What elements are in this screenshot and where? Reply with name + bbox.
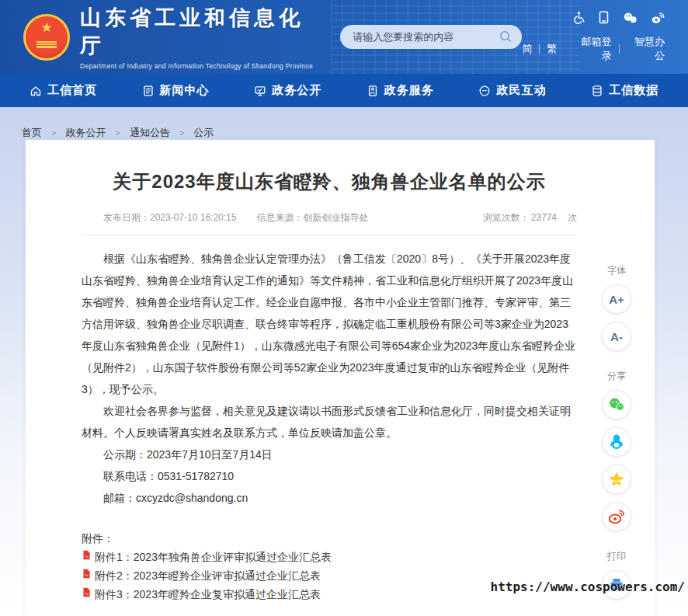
news-icon (142, 85, 155, 97)
home-icon (30, 85, 42, 97)
lang-simplified-link[interactable]: 简 (522, 42, 532, 56)
contact-phone: 联系电话：0531-51782710 (82, 465, 577, 487)
share-wechat-button[interactable] (602, 390, 631, 419)
site-title: 山东省工业和信息化厅 (80, 4, 318, 60)
site-subtitle-en: Department of Industry and Information T… (80, 62, 318, 70)
breadcrumb-separator: > (179, 128, 184, 137)
brand-text: 山东省工业和信息化厅 Department of Industry and In… (80, 4, 318, 70)
lang-traditional-link[interactable]: 繁 (547, 42, 557, 56)
nav-label: 工信数据 (609, 83, 658, 98)
wechat-icon (608, 397, 625, 412)
nav-item-gov-info[interactable]: 政务公开 (254, 83, 321, 98)
share-qq-button[interactable] (602, 427, 631, 457)
qq-icon (609, 433, 624, 451)
wechat-icon[interactable] (623, 12, 638, 27)
header-utility-area: 简 繁 邮箱登录 智慧办公 (522, 11, 665, 63)
info-source: 信息来源：创新创业指导处 (256, 211, 368, 224)
utility-icons (522, 11, 665, 27)
meta-left: 发布日期：2023-07-10 16:20:15 信息来源：创新创业指导处 (82, 211, 368, 224)
weibo-icon[interactable] (651, 12, 665, 27)
breadcrumb-home[interactable]: 首页 (22, 126, 42, 140)
national-emblem-logo (23, 14, 70, 61)
article-meta: 发布日期：2023-07-10 16:20:15 信息来源：创新创业指导处 浏览… (82, 211, 577, 224)
attachment-label: 附件1：2023年独角兽企业评审拟通过企业汇总表 (95, 548, 332, 566)
view-count: 浏览次数：23774次 (483, 211, 577, 224)
database-icon (591, 85, 603, 97)
article-paragraph: 根据《山东省瞪羚、独角兽企业认定管理办法》（鲁工信发〔2020〕8号）、《关于开… (82, 248, 577, 400)
smart-office-link[interactable]: 智慧办公 (627, 35, 665, 63)
page-title: 关于2023年度山东省瞪羚、独角兽企业名单的公示 (82, 169, 577, 194)
nav-label: 政民互动 (496, 83, 546, 98)
nav-label: 政务公开 (272, 83, 321, 98)
page: 山东省工业和信息化厅 Department of Industry and In… (0, 0, 688, 616)
publish-date: 发布日期：2023-07-10 16:20:15 (103, 211, 236, 224)
article-card: 关于2023年度山东省瞪羚、独角兽企业名单的公示 发布日期：2023-07-10… (26, 140, 655, 616)
breadcrumb-separator: > (51, 128, 56, 137)
search-box (340, 25, 522, 49)
pdf-icon (82, 569, 92, 579)
divider (539, 44, 540, 54)
nav-item-news[interactable]: 新闻中心 (142, 83, 210, 98)
nav-item-interaction[interactable]: 政民互动 (478, 83, 546, 98)
content-background: 首页 > 政务公开 > 通知公告 > 公示 关于2023年度山东省瞪羚、独角兽企… (0, 107, 688, 616)
qzone-star-icon (608, 471, 625, 488)
article-paragraph: 欢迎社会各界参与监督，相关意见及建议请以书面形式反馈省工业和信息化厅，同时提交相… (82, 400, 577, 444)
share-weibo-button[interactable] (602, 502, 631, 531)
main-nav: 工信首页 新闻中心 政务公开 政务服务 政民互动 工信数据 (0, 74, 688, 107)
nav-label: 政务服务 (384, 83, 434, 98)
breadcrumb-notices[interactable]: 通知公告 (130, 126, 170, 140)
notice-period: 公示期：2023年7月10日至7月14日 (82, 444, 577, 465)
search-icon[interactable] (499, 30, 513, 47)
mail-login-link[interactable]: 邮箱登录 (573, 35, 611, 63)
attachments-label: 附件： (82, 529, 577, 548)
breadcrumb-gov-info[interactable]: 政务公开 (65, 126, 106, 140)
nav-item-gov-service[interactable]: 政务服务 (367, 83, 434, 98)
breadcrumb-separator: > (115, 128, 120, 137)
pdf-icon (82, 587, 92, 597)
breadcrumb: 首页 > 政务公开 > 通知公告 > 公示 (0, 107, 688, 140)
divider (619, 44, 620, 54)
search-input[interactable] (340, 25, 522, 49)
breadcrumb-current: 公示 (193, 126, 214, 140)
nav-item-home[interactable]: 工信首页 (30, 83, 97, 98)
attachment-label: 附件2：2023年瞪羚企业评审拟通过企业汇总表 (95, 566, 321, 585)
meta-divider (82, 235, 577, 235)
nav-label: 新闻中心 (160, 83, 210, 98)
font-decrease-button[interactable]: A- (602, 322, 631, 351)
mobile-version-icon[interactable] (598, 11, 610, 27)
watermark: https://www.cospowers.com/ (491, 579, 685, 594)
contact-email: 邮箱：cxcyzdc@shandong.cn (82, 487, 577, 509)
share-qzone-button[interactable] (602, 465, 631, 494)
utility-links: 简 繁 邮箱登录 智慧办公 (522, 35, 665, 63)
monitor-icon (254, 85, 266, 97)
attachment-link-1[interactable]: 附件1：2023年独角兽企业评审拟通过企业汇总表 (82, 548, 577, 566)
font-increase-button[interactable]: A+ (602, 284, 631, 314)
site-header: 山东省工业和信息化厅 Department of Industry and In… (0, 0, 688, 74)
print-label: 打印 (607, 550, 626, 563)
interact-icon (478, 85, 491, 97)
service-icon (367, 85, 379, 97)
accessibility-icon[interactable] (572, 11, 585, 27)
attachment-label: 附件3：2023年瞪羚企业复审拟通过企业汇总表 (95, 585, 321, 604)
weibo-icon (608, 509, 625, 524)
article-body: 根据《山东省瞪羚、独角兽企业认定管理办法》（鲁工信发〔2020〕8号）、《关于开… (82, 248, 577, 509)
font-size-label: 字体 (607, 264, 626, 277)
nav-item-data[interactable]: 工信数据 (591, 83, 658, 98)
page-tools-sidebar: 字体 A+ A- 分享 打印 (599, 264, 634, 607)
nav-label: 工信首页 (47, 83, 97, 98)
share-label: 分享 (607, 370, 626, 383)
pdf-icon (82, 550, 92, 560)
site-brand[interactable]: 山东省工业和信息化厅 Department of Industry and In… (23, 4, 318, 70)
